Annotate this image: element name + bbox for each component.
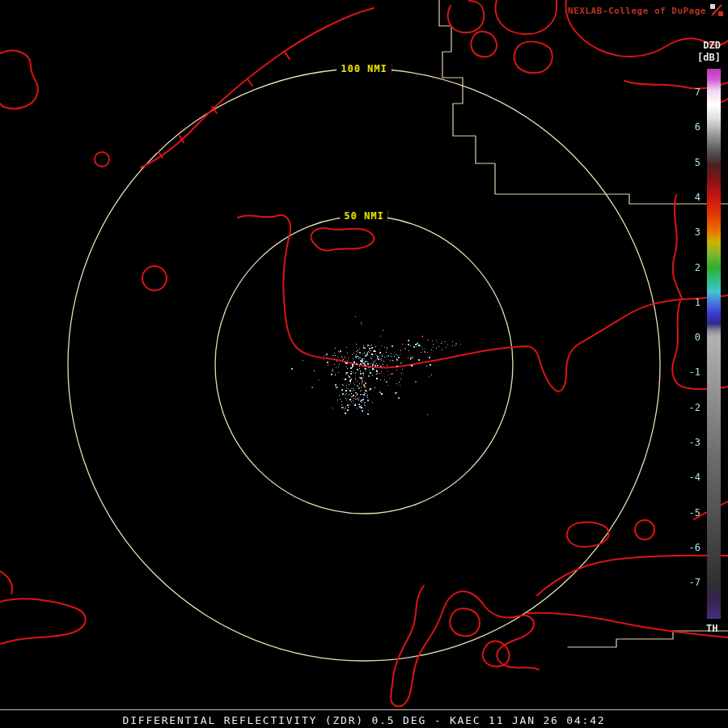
colorbar-tick-label: -2 (689, 402, 700, 413)
colorbar-product-label: DZD (695, 40, 721, 51)
range-ring-label: 50 NMI (340, 210, 387, 222)
range-ring-label: 100 NMI (336, 63, 392, 74)
colorbar-tick-label: 7 (695, 87, 700, 98)
colorbar-tick-label: 0 (695, 332, 700, 343)
product-title: DIFFERENTIAL REFLECTIVITY (ZDR) 0.5 DEG … (0, 714, 728, 726)
brand-text: NEXLAB-College of DuPage (568, 6, 706, 16)
radar-echoes-canvas (0, 0, 728, 728)
cod-logo-icon (709, 3, 724, 17)
colorbar-ticks: 76543210-1-2-3-4-5-6-7 (673, 69, 700, 619)
footer-divider (0, 709, 728, 710)
colorbar-tick-label: 1 (695, 297, 700, 308)
colorbar-tick-label: -7 (689, 577, 700, 588)
colorbar-tick-label: -4 (689, 472, 700, 483)
radar-display: NEXLAB-College of DuPage DZD [dB] 765432… (0, 0, 728, 728)
colorbar-gradient (707, 69, 721, 619)
colorbar-tick-label: 6 (695, 121, 700, 133)
colorbar-tick-label: -1 (689, 366, 700, 378)
colorbar-tick-label: 5 (695, 157, 700, 168)
colorbar-threshold-label: TH (706, 623, 717, 634)
colorbar-tick-label: -3 (689, 437, 700, 448)
colorbar-tick-label: 2 (695, 262, 700, 273)
colorbar-tick-label: -6 (689, 542, 700, 553)
colorbar-unit-label: [dB] (692, 52, 721, 63)
colorbar-tick-label: -5 (689, 507, 700, 518)
colorbar-tick-label: 4 (695, 192, 700, 203)
colorbar-tick-label: 3 (695, 226, 700, 238)
